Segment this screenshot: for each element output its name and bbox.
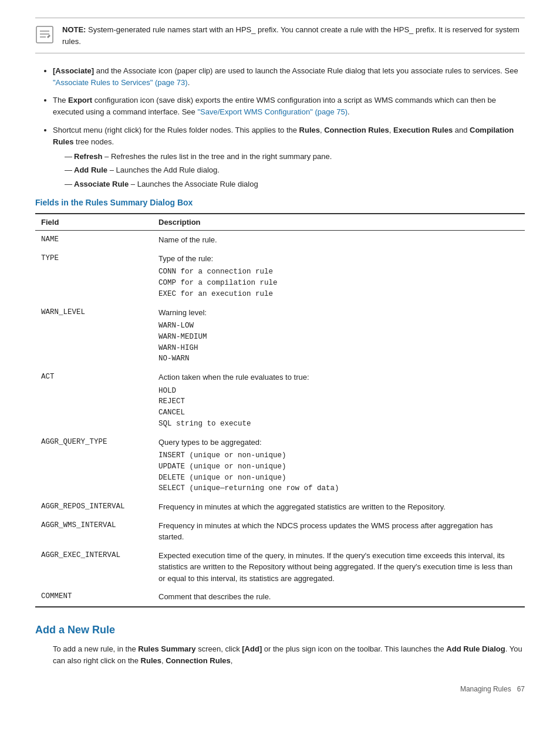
rules-bold: Rules — [141, 656, 161, 665]
table-cell-field: COMMENT — [35, 588, 153, 607]
desc-main: Action taken when the rule evaluates to … — [158, 373, 309, 382]
desc-sub: CONN for a connection ruleCOMP for a com… — [158, 266, 519, 299]
note-box: NOTE: System-generated rule names start … — [35, 18, 525, 53]
table-row: ACTAction taken when the rule evaluates … — [35, 368, 525, 433]
table-cell-field: NAME — [35, 231, 153, 249]
col-desc: Description — [153, 214, 525, 231]
desc-main: Query types to be aggregated: — [158, 438, 262, 447]
add-rule-heading: Add a New Rule — [35, 624, 525, 636]
desc-sub: HOLDREJECTCANCELSQL string to execute — [158, 386, 519, 430]
note-icon — [35, 25, 56, 46]
table-cell-field: AGGR_REPOS_INTERVAL — [35, 498, 153, 517]
table-cell-desc: Action taken when the rule evaluates to … — [153, 368, 525, 433]
desc-main: Comment that describes the rule. — [158, 592, 271, 601]
footer-text: Managing Rules — [460, 685, 511, 693]
desc-sub-item: CONN for a connection rule — [158, 266, 519, 278]
desc-sub-item: DELETE (unique or non-unique) — [158, 472, 519, 484]
desc-sub-item: SQL string to execute — [158, 418, 519, 430]
table-cell-desc: Frequency in minutes at which the aggreg… — [153, 498, 525, 517]
fields-table: Field Description NAMEName of the rule.T… — [35, 213, 525, 607]
table-cell-desc: Name of the rule. — [153, 231, 525, 249]
desc-main: Frequency in minutes at which the aggreg… — [158, 502, 446, 511]
note-content: System-generated rule names start with a… — [62, 25, 519, 46]
table-row: NAMEName of the rule. — [35, 231, 525, 249]
associate-rule-label: Associate Rule — [74, 180, 129, 188]
desc-sub-item: HOLD — [158, 386, 519, 397]
table-cell-desc: Type of the rule:CONN for a connection r… — [153, 249, 525, 303]
table-cell-field: WARN_LEVEL — [35, 303, 153, 369]
table-cell-field: TYPE — [35, 249, 153, 303]
table-row: AGGR_EXEC_INTERVALExpected execution tim… — [35, 546, 525, 588]
note-label: NOTE: — [62, 25, 86, 34]
bullet-shortcut: Shortcut menu (right click) for the Rule… — [53, 124, 525, 190]
desc-sub-item: UPDATE (unique or non-unique) — [158, 461, 519, 472]
desc-main: Warning level: — [158, 308, 207, 317]
table-row: COMMENTComment that describes the rule. — [35, 588, 525, 607]
bullet-export: The Export configuration icon (save disk… — [53, 94, 525, 118]
table-cell-desc: Query types to be aggregated:INSERT (uni… — [153, 433, 525, 498]
desc-sub-item: WARN-MEDIUM — [158, 332, 519, 343]
desc-sub-item: WARN-HIGH — [158, 343, 519, 354]
desc-sub-item: WARN-LOW — [158, 320, 519, 332]
note-text: NOTE: System-generated rule names start … — [62, 24, 525, 47]
table-cell-desc: Frequency in minutes at which the NDCS p… — [153, 517, 525, 546]
page-footer: Managing Rules 67 — [35, 685, 525, 693]
add-rule-label: Add Rule — [74, 166, 107, 174]
table-row: AGGR_WMS_INTERVALFrequency in minutes at… — [35, 517, 525, 546]
associate-link[interactable]: "Associate Rules to Services" (page 73) — [53, 78, 188, 87]
desc-sub-item: SELECT (unique—returning one row of data… — [158, 483, 519, 494]
conn-rules-label: Connection Rules — [324, 126, 389, 134]
add-bold: [Add] — [242, 644, 262, 653]
table-cell-desc: Expected execution time of the query, in… — [153, 546, 525, 588]
refresh-label: Refresh — [74, 152, 102, 161]
dash-add-rule: Add Rule – Launches the Add Rule dialog. — [65, 164, 525, 176]
table-cell-field: AGGR_WMS_INTERVAL — [35, 517, 153, 546]
dash-refresh: Refresh – Refreshes the rules list in th… — [65, 151, 525, 163]
export-label: Export — [68, 96, 92, 104]
rules-label: Rules — [299, 126, 320, 134]
table-row: AGGR_QUERY_TYPEQuery types to be aggrega… — [35, 433, 525, 498]
export-link[interactable]: "Save/Export WMS Configuration" (page 75… — [197, 107, 348, 116]
table-row: AGGR_REPOS_INTERVALFrequency in minutes … — [35, 498, 525, 517]
desc-sub-item: INSERT (unique or non-unique) — [158, 450, 519, 461]
bullet-associate: [Associate] and the Associate icon (pape… — [53, 65, 525, 89]
desc-main: Frequency in minutes at which the NDCS p… — [158, 521, 492, 542]
table-row: TYPEType of the rule:CONN for a connecti… — [35, 249, 525, 303]
desc-main: Name of the rule. — [158, 235, 217, 244]
desc-sub-item: COMP for a compilation rule — [158, 278, 519, 289]
table-cell-field: AGGR_QUERY_TYPE — [35, 433, 153, 498]
svg-rect-0 — [36, 26, 53, 43]
connection-rules-bold: Connection Rules — [166, 656, 231, 665]
desc-sub-item: REJECT — [158, 396, 519, 407]
desc-main: Expected execution time of the query, in… — [158, 551, 512, 583]
desc-main: Type of the rule: — [158, 254, 213, 263]
col-field: Field — [35, 214, 153, 231]
dash-list: Refresh – Refreshes the rules list in th… — [53, 151, 525, 190]
desc-sub: WARN-LOWWARN-MEDIUMWARN-HIGHNO-WARN — [158, 320, 519, 364]
exec-rules-label: Execution Rules — [393, 126, 453, 134]
desc-sub: INSERT (unique or non-unique)UPDATE (uni… — [158, 450, 519, 494]
table-row: WARN_LEVELWarning level:WARN-LOWWARN-MED… — [35, 303, 525, 369]
rules-summary-bold: Rules Summary — [138, 644, 195, 653]
add-rule-body: To add a new rule, in the Rules Summary … — [35, 643, 525, 668]
table-cell-desc: Comment that describes the rule. — [153, 588, 525, 607]
add-rule-dialog-bold: Add Rule Dialog — [446, 644, 505, 653]
bullet-list: [Associate] and the Associate icon (pape… — [35, 65, 525, 190]
dash-associate-rule: Associate Rule – Launches the Associate … — [65, 178, 525, 190]
desc-sub-item: CANCEL — [158, 407, 519, 418]
desc-sub-item: EXEC for an execution rule — [158, 289, 519, 300]
table-cell-field: AGGR_EXEC_INTERVAL — [35, 546, 153, 588]
associate-label: [Associate] — [53, 66, 94, 75]
footer-page: 67 — [517, 685, 525, 693]
section-heading: Fields in the Rules Summary Dialog Box — [35, 198, 525, 207]
table-cell-field: ACT — [35, 368, 153, 433]
desc-sub-item: NO-WARN — [158, 353, 519, 364]
table-cell-desc: Warning level:WARN-LOWWARN-MEDIUMWARN-HI… — [153, 303, 525, 369]
